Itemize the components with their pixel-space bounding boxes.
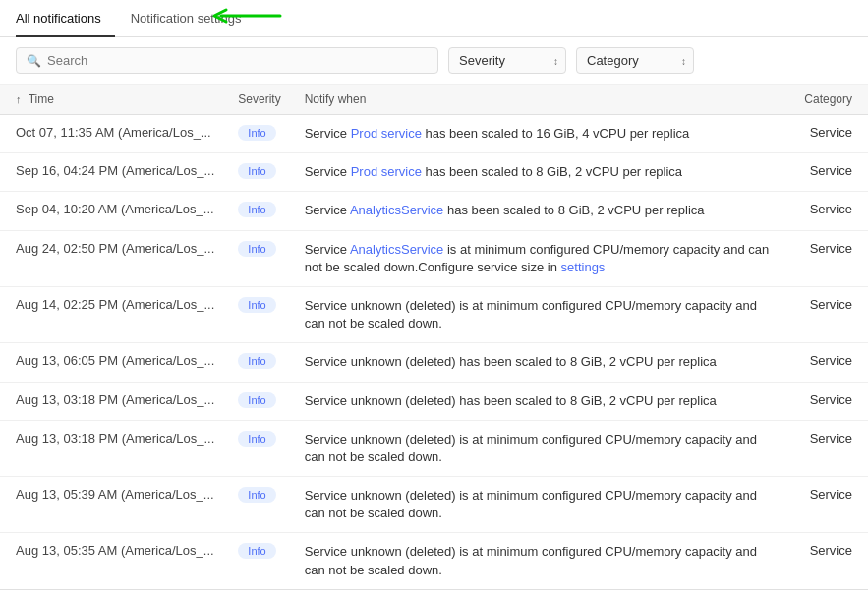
cell-time: Aug 24, 02:50 PM (America/Los_... [0, 230, 226, 286]
filters-row: 🔍 Severity Info Warning Error ↕ Category… [0, 37, 868, 85]
notify-link[interactable]: AnalyticsService [350, 242, 443, 257]
cell-notify-when: Service AnalyticsService is at minimum c… [293, 230, 793, 286]
cell-notify-when: Service unknown (deleted) is at minimum … [293, 533, 793, 589]
cell-time: Aug 14, 02:25 PM (America/Los_... [0, 286, 226, 342]
sort-asc-icon: ↑ [16, 93, 22, 105]
cell-time: Aug 13, 03:18 PM (America/Los_... [0, 382, 226, 420]
cell-severity: Info [226, 115, 292, 153]
cell-category: Service [792, 343, 868, 382]
severity-badge: Info [238, 125, 275, 141]
cell-severity: Info [226, 477, 292, 533]
severity-badge: Info [238, 202, 275, 217]
cell-notify-when: Service unknown (deleted) is at minimum … [293, 286, 793, 342]
notify-link[interactable]: AnalyticsService [350, 203, 443, 217]
cell-category: Service [792, 286, 868, 342]
cell-category: Service [792, 192, 868, 230]
category-select[interactable]: Category Service System User [576, 47, 694, 74]
notify-link[interactable]: Prod service [351, 164, 422, 179]
cell-category: Service [792, 230, 868, 286]
search-input[interactable] [47, 53, 428, 68]
table-row: Aug 24, 02:50 PM (America/Los_...InfoSer… [0, 230, 868, 286]
table-row: Sep 16, 04:24 PM (America/Los_...InfoSer… [0, 153, 868, 192]
table-row: Sep 04, 10:20 AM (America/Los_...InfoSer… [0, 192, 868, 230]
cell-category: Service [792, 420, 868, 476]
table-row: Aug 14, 02:25 PM (America/Los_...InfoSer… [0, 286, 868, 342]
table-header-row: ↑ Time Severity Notify when Category [0, 85, 868, 115]
cell-category: Service [792, 382, 868, 420]
cell-severity: Info [226, 153, 292, 192]
severity-badge: Info [238, 297, 275, 313]
severity-badge: Info [238, 431, 275, 447]
severity-badge: Info [238, 163, 275, 179]
table-row: Aug 13, 03:18 PM (America/Los_...InfoSer… [0, 382, 868, 420]
cell-severity: Info [226, 192, 292, 230]
notifications-table: ↑ Time Severity Notify when Category Oct… [0, 85, 868, 589]
severity-badge: Info [238, 487, 275, 503]
severity-select-wrapper: Severity Info Warning Error ↕ [448, 47, 566, 74]
cell-severity: Info [226, 382, 292, 420]
severity-badge: Info [238, 543, 275, 559]
cell-category: Service [792, 115, 868, 153]
severity-badge: Info [238, 353, 275, 369]
col-notify-when: Notify when [293, 85, 793, 115]
cell-severity: Info [226, 420, 292, 476]
table-row: Aug 13, 03:18 PM (America/Los_...InfoSer… [0, 420, 868, 476]
cell-severity: Info [226, 343, 292, 382]
cell-severity: Info [226, 533, 292, 589]
table-footer: 17 rows ‹ 1 of 2 › 10 rows 25 rows 50 ro… [0, 589, 868, 600]
col-severity: Severity [226, 85, 292, 115]
cell-severity: Info [226, 230, 292, 286]
table-row: Oct 07, 11:35 AM (America/Los_...InfoSer… [0, 115, 868, 153]
table-row: Aug 13, 06:05 PM (America/Los_...InfoSer… [0, 343, 868, 382]
cell-notify-when: Service unknown (deleted) has been scale… [293, 382, 793, 420]
search-icon: 🔍 [27, 54, 41, 68]
cell-notify-when: Service AnalyticsService has been scaled… [293, 192, 793, 230]
category-select-wrapper: Category Service System User ↕ [576, 47, 694, 74]
cell-severity: Info [226, 286, 292, 342]
col-time[interactable]: ↑ Time [0, 85, 226, 115]
tab-all-notifications[interactable]: All notifications [16, 1, 115, 37]
table-row: Aug 13, 05:35 AM (America/Los_...InfoSer… [0, 533, 868, 589]
notify-link[interactable]: Prod service [351, 126, 422, 141]
severity-badge: Info [238, 241, 275, 257]
cell-category: Service [792, 153, 868, 192]
notify-link[interactable]: settings [561, 260, 606, 274]
cell-notify-when: Service Prod service has been scaled to … [293, 115, 793, 153]
severity-badge: Info [238, 392, 275, 408]
tabs-header: All notifications Notification settings [0, 0, 868, 37]
col-category: Category [792, 85, 868, 115]
cell-notify-when: Service unknown (deleted) is at minimum … [293, 420, 793, 476]
cell-category: Service [792, 477, 868, 533]
cell-time: Aug 13, 05:35 AM (America/Los_... [0, 533, 226, 589]
cell-time: Sep 04, 10:20 AM (America/Los_... [0, 192, 226, 230]
cell-time: Aug 13, 05:39 AM (America/Los_... [0, 477, 226, 533]
cell-time: Aug 13, 06:05 PM (America/Los_... [0, 343, 226, 382]
cell-notify-when: Service unknown (deleted) is at minimum … [293, 477, 793, 533]
cell-time: Oct 07, 11:35 AM (America/Los_... [0, 115, 226, 153]
cell-notify-when: Service Prod service has been scaled to … [293, 153, 793, 192]
cell-time: Sep 16, 04:24 PM (America/Los_... [0, 153, 226, 192]
notifications-table-container: ↑ Time Severity Notify when Category Oct… [0, 85, 868, 589]
search-box: 🔍 [16, 47, 438, 74]
table-row: Aug 13, 05:39 AM (America/Los_...InfoSer… [0, 477, 868, 533]
severity-select[interactable]: Severity Info Warning Error [448, 47, 566, 74]
cell-category: Service [792, 533, 868, 589]
arrow-annotation [206, 4, 285, 28]
arrow-icon [206, 4, 285, 28]
cell-notify-when: Service unknown (deleted) has been scale… [293, 343, 793, 382]
cell-time: Aug 13, 03:18 PM (America/Los_... [0, 420, 226, 476]
